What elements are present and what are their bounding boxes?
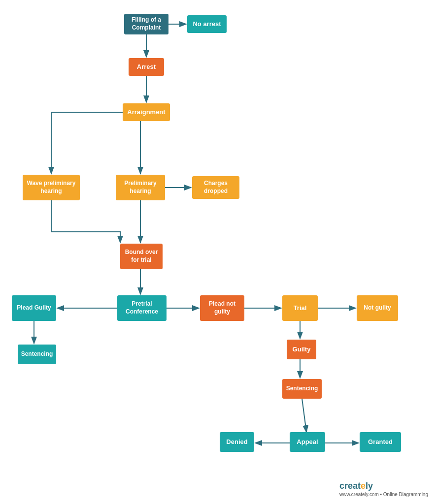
watermark-text: www.creately.com • Online Diagramming — [339, 491, 428, 498]
node-granted: Granted — [360, 432, 401, 452]
node-sentencing-right: Sentencing — [282, 379, 322, 399]
node-appeal: Appeal — [290, 432, 325, 452]
node-wave-preliminary: Wave preliminary hearing — [23, 175, 80, 200]
node-bound-over: Bound over for trial — [120, 244, 163, 269]
node-arraignment: Arraignment — [123, 103, 170, 121]
node-preliminary: Preliminary hearing — [116, 175, 165, 200]
node-denied: Denied — [220, 432, 254, 452]
node-guilty: Guilty — [287, 340, 316, 359]
node-not-guilty: Not guilty — [357, 295, 398, 321]
svg-line-15 — [302, 399, 306, 432]
node-charges-dropped: Charges dropped — [192, 176, 239, 199]
watermark: creately www.creately.com • Online Diagr… — [339, 481, 428, 498]
node-filling: Filling of a Complaint — [124, 14, 168, 34]
node-plead-not-guilty: Plead not guilty — [200, 295, 244, 321]
diagram: Filling of a Complaint No arrest Arrest … — [0, 0, 436, 504]
node-no-arrest: No arrest — [187, 15, 227, 33]
node-arrest: Arrest — [129, 58, 164, 76]
node-sentencing-left: Sentencing — [18, 345, 56, 364]
creately-logo: creately — [339, 481, 428, 491]
node-pretrial: Pretrial Conference — [117, 295, 167, 321]
node-plead-guilty: Plead Guilty — [12, 295, 56, 321]
node-trial: Trial — [282, 295, 318, 321]
